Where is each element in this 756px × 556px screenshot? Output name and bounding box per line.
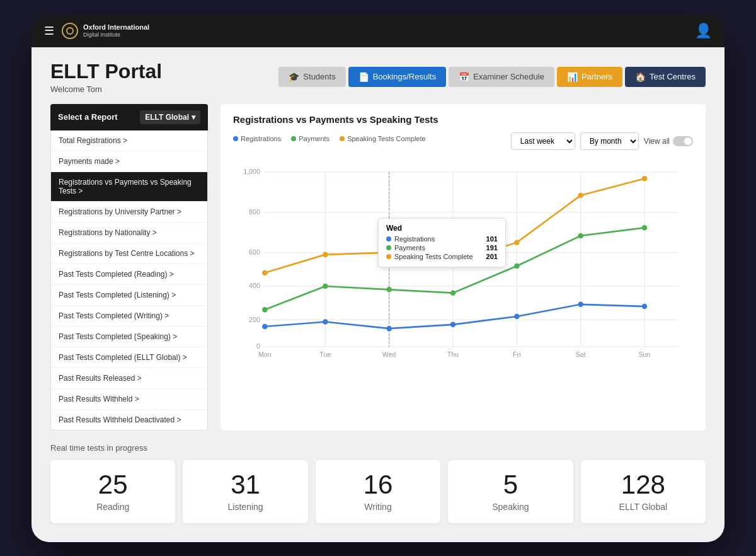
sidebar-item-total-reg[interactable]: Total Registrations > [51,130,207,151]
card-reading-label: Reading [60,502,165,512]
card-ellt-number: 128 [591,472,696,498]
sidebar-item-results-withheld-deactivated[interactable]: Past Results Withheld Deactivated > [51,410,207,430]
device-frame: ☰ Oxford International Digital Institute… [32,14,724,542]
svg-text:Wed: Wed [382,350,396,357]
sidebar-item-past-listening[interactable]: Past Tests Completed (Listening) > [51,285,207,306]
legend-speaking: Speaking Tests Complete [340,135,426,142]
body-section: Select a Report ELLT Global ▾ Total Regi… [50,104,706,431]
card-writing-label: Writing [326,502,430,512]
chart-title: Registrations vs Payments vs Speaking Te… [233,114,693,125]
card-listening-label: Listening [193,502,297,512]
card-reading-number: 25 [60,472,165,498]
legend-payments: Payments [291,135,329,142]
top-bar-left: ☰ Oxford International Digital Institute [44,23,149,39]
tab-testcentres[interactable]: 🏠 Test Centres [625,67,706,87]
realtime-cards: 25 Reading 31 Listening 16 Writing 5 Spe… [50,460,706,523]
svg-text:200: 200 [249,315,260,323]
logo-area: Oxford International Digital Institute [62,23,149,39]
sidebar-item-reg-by-nationality[interactable]: Registrations by Nationality > [51,223,207,243]
card-speaking-number: 5 [458,472,563,498]
sidebar-item-past-reading[interactable]: Past Tests Completed (Reading) > [51,264,207,285]
welcome-text: Welcome Tom [50,84,162,94]
portal-header: ELLT Portal Welcome Tom 🎓 Students 📄 Boo… [50,60,706,94]
svg-point-19 [262,270,268,275]
logo-line1: Oxford International [83,23,149,32]
partners-icon: 📊 [567,72,578,82]
chart-container: 1,000 800 600 400 200 0 [233,155,693,359]
tooltip-dot-speaking [386,254,391,259]
svg-point-24 [578,192,583,198]
svg-text:0: 0 [256,342,260,350]
card-speaking-label: Speaking [458,502,563,512]
svg-point-27 [323,283,328,289]
sidebar-item-reg-by-location[interactable]: Registrations by Test Centre Locations > [51,243,207,264]
sidebar-item-reg-by-university[interactable]: Registrations by University Partner > [51,202,207,223]
svg-point-20 [323,252,328,257]
user-account-icon[interactable]: 👤 [695,23,712,39]
svg-point-33 [262,323,268,329]
svg-text:Sun: Sun [639,350,651,357]
tooltip-dot-registrations [386,236,391,241]
filter-select[interactable]: Last week Last month Last year [511,132,575,150]
realtime-title: Real time tests in progress [50,443,706,453]
svg-point-29 [450,290,456,296]
sidebar-item-payments[interactable]: Payments made > [51,151,207,172]
chevron-down-icon: ▾ [192,113,195,122]
svg-point-36 [450,321,456,327]
svg-text:Tue: Tue [319,350,331,357]
tooltip-row-payments: Payments 191 [386,244,498,252]
sidebar-header: Select a Report ELLT Global ▾ [50,104,208,130]
portal-title: ELLT Portal [50,60,162,83]
tab-partners[interactable]: 📊 Partners [557,67,622,87]
card-writing-number: 16 [326,472,430,498]
svg-text:Thu: Thu [447,350,459,357]
tab-examiner[interactable]: 📅 Examiner Schedule [449,67,554,87]
legend-dot-payments [291,136,296,141]
top-bar: ☰ Oxford International Digital Institute… [32,14,724,47]
students-icon: 🎓 [289,72,299,82]
chart-area: Registrations vs Payments vs Speaking Te… [220,104,706,431]
logo-line2: Digital Institute [83,32,149,38]
tooltip-dot-payments [386,245,391,250]
tab-students[interactable]: 🎓 Students [278,67,345,87]
card-listening: 31 Listening [183,460,307,523]
svg-point-38 [578,301,583,307]
sidebar-item-results-withheld[interactable]: Past Results Withheld > [51,389,207,410]
svg-point-28 [386,287,392,292]
card-ellt-label: ELLT Global [591,502,696,512]
svg-point-26 [262,307,268,313]
svg-text:400: 400 [249,282,260,289]
svg-text:Fri: Fri [513,350,520,357]
svg-text:600: 600 [249,248,260,255]
group-select[interactable]: By month By week By day [580,132,639,150]
card-ellt-global: 128 ELLT Global [581,460,706,523]
svg-point-37 [514,313,520,319]
svg-point-35 [386,325,392,331]
sidebar-item-past-speaking[interactable]: Past Tests Completed (Speaking) > [51,327,207,347]
tab-bookings[interactable]: 📄 Bookings/Results [348,67,446,87]
svg-text:1,000: 1,000 [243,167,260,175]
chart-tooltip: Wed Registrations 101 Payments 191 [378,218,506,267]
sidebar-dropdown[interactable]: ELLT Global ▾ [140,110,200,124]
testcentres-icon: 🏠 [635,72,646,82]
sidebar-item-results-released[interactable]: Past Results Released > [51,368,207,389]
legend-dot-speaking [340,136,345,141]
view-all-switch[interactable] [673,136,693,146]
sidebar-item-reg-vs-payments[interactable]: Registrations vs Payments vs Speaking Te… [51,172,207,202]
tooltip-row-speaking: Speaking Tests Complete 201 [386,253,498,260]
card-writing: 16 Writing [316,460,440,523]
tooltip-day: Wed [386,224,498,233]
svg-point-30 [514,263,520,269]
sidebar-item-past-ellt-global[interactable]: Past Tests Completed (ELLT Global) > [51,347,207,368]
sidebar-menu: Total Registrations > Payments made > Re… [50,130,208,431]
tooltip-row-registrations: Registrations 101 [386,235,498,243]
sidebar-item-past-writing[interactable]: Past Tests Completed (Writing) > [51,306,207,327]
card-reading: 25 Reading [50,460,175,523]
legend-registrations: Registrations [233,135,281,142]
view-all-toggle[interactable]: View all [644,136,693,146]
svg-point-23 [514,240,520,245]
legend-dot-registrations [233,136,238,141]
svg-point-39 [642,303,648,309]
hamburger-icon[interactable]: ☰ [44,24,54,38]
svg-point-25 [642,176,648,182]
